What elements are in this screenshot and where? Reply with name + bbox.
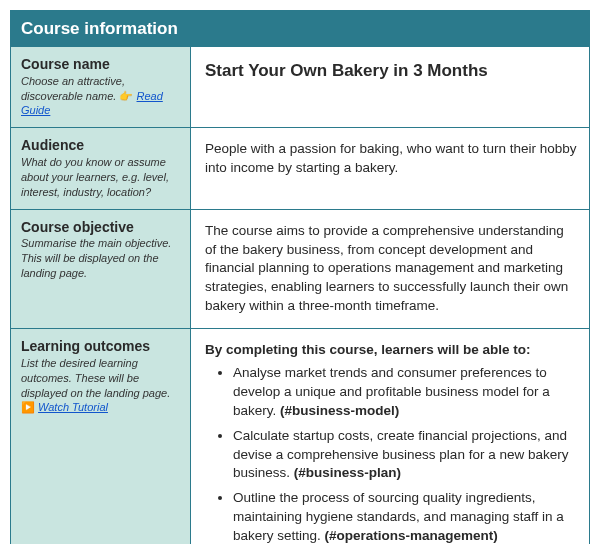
table-header-row: Course information bbox=[11, 11, 590, 48]
row-outcomes: Learning outcomes List the desired learn… bbox=[11, 329, 590, 544]
table-header: Course information bbox=[11, 11, 590, 48]
row-objective: Course objective Summarise the main obje… bbox=[11, 209, 590, 328]
value-cell-objective: The course aims to provide a comprehensi… bbox=[191, 209, 590, 328]
label-hint: Choose an attractive, discoverable name.… bbox=[21, 74, 180, 119]
label-cell-course-name: Course name Choose an attractive, discov… bbox=[11, 47, 191, 128]
label-title: Learning outcomes bbox=[21, 338, 180, 355]
label-hint: What do you know or assume about your le… bbox=[21, 155, 180, 200]
label-cell-audience: Audience What do you know or assume abou… bbox=[11, 128, 191, 209]
label-hint: Summarise the main objective. This will … bbox=[21, 236, 180, 281]
outcomes-list: Analyse market trends and consumer prefe… bbox=[205, 364, 577, 544]
value-cell-audience: People with a passion for baking, who wa… bbox=[191, 128, 590, 209]
list-item: Outline the process of sourcing quality … bbox=[233, 489, 577, 544]
course-information-table: Course information Course name Choose an… bbox=[10, 10, 590, 544]
course-name-value: Start Your Own Bakery in 3 Months bbox=[205, 59, 577, 83]
outcome-tag: (#operations-management) bbox=[325, 528, 498, 543]
list-item: Analyse market trends and consumer prefe… bbox=[233, 364, 577, 421]
label-hint: List the desired learning outcomes. Thes… bbox=[21, 356, 180, 415]
row-audience: Audience What do you know or assume abou… bbox=[11, 128, 590, 209]
value-cell-course-name: Start Your Own Bakery in 3 Months bbox=[191, 47, 590, 128]
outcome-tag: (#business-plan) bbox=[294, 465, 401, 480]
pointing-hand-icon: 👉 bbox=[119, 90, 133, 102]
watch-tutorial-link[interactable]: Watch Tutorial bbox=[38, 401, 108, 413]
label-title: Course name bbox=[21, 56, 180, 73]
list-item: Calculate startup costs, create financia… bbox=[233, 427, 577, 484]
outcomes-lead: By completing this course, learners will… bbox=[205, 341, 577, 360]
label-cell-objective: Course objective Summarise the main obje… bbox=[11, 209, 191, 328]
label-title: Course objective bbox=[21, 219, 180, 236]
row-course-name: Course name Choose an attractive, discov… bbox=[11, 47, 590, 128]
value-cell-outcomes: By completing this course, learners will… bbox=[191, 329, 590, 544]
label-title: Audience bbox=[21, 137, 180, 154]
play-icon: ▶️ bbox=[21, 401, 35, 413]
outcome-tag: (#business-model) bbox=[280, 403, 399, 418]
label-cell-outcomes: Learning outcomes List the desired learn… bbox=[11, 329, 191, 544]
